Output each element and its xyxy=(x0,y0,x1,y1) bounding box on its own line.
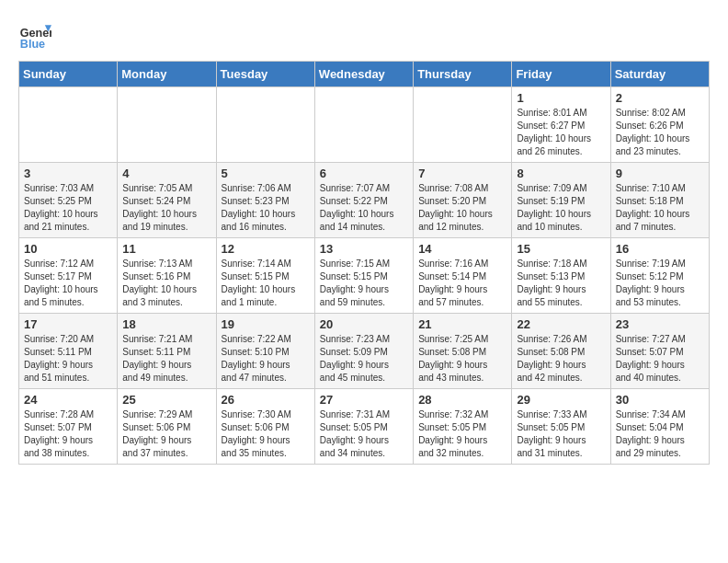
calendar-cell: 21Sunrise: 7:25 AM Sunset: 5:08 PM Dayli… xyxy=(414,314,512,389)
calendar-table: SundayMondayTuesdayWednesdayThursdayFrid… xyxy=(18,61,710,465)
day-info: Sunrise: 7:32 AM Sunset: 5:05 PM Dayligh… xyxy=(418,408,506,460)
calendar-cell: 24Sunrise: 7:28 AM Sunset: 5:07 PM Dayli… xyxy=(19,389,118,465)
calendar-cell: 14Sunrise: 7:16 AM Sunset: 5:14 PM Dayli… xyxy=(414,238,512,314)
calendar-cell: 26Sunrise: 7:30 AM Sunset: 5:06 PM Dayli… xyxy=(216,389,314,465)
day-info: Sunrise: 7:18 AM Sunset: 5:13 PM Dayligh… xyxy=(517,258,605,309)
calendar-cell: 5Sunrise: 7:06 AM Sunset: 5:23 PM Daylig… xyxy=(216,163,314,238)
day-number: 29 xyxy=(517,393,605,407)
calendar-cell: 30Sunrise: 7:34 AM Sunset: 5:04 PM Dayli… xyxy=(610,389,709,465)
day-number: 4 xyxy=(122,167,210,180)
weekday-header: Sunday xyxy=(19,62,118,87)
day-info: Sunrise: 7:22 AM Sunset: 5:10 PM Dayligh… xyxy=(222,333,310,385)
weekday-header: Tuesday xyxy=(216,62,314,87)
day-info: Sunrise: 7:14 AM Sunset: 5:15 PM Dayligh… xyxy=(222,258,310,309)
day-info: Sunrise: 7:10 AM Sunset: 5:18 PM Dayligh… xyxy=(616,182,704,234)
day-info: Sunrise: 7:29 AM Sunset: 5:06 PM Dayligh… xyxy=(122,408,210,460)
calendar-body: 1Sunrise: 8:01 AM Sunset: 6:27 PM Daylig… xyxy=(19,87,710,465)
calendar-header-row: SundayMondayTuesdayWednesdayThursdayFrid… xyxy=(19,62,710,87)
day-info: Sunrise: 7:27 AM Sunset: 5:07 PM Dayligh… xyxy=(616,333,704,385)
day-info: Sunrise: 7:28 AM Sunset: 5:07 PM Dayligh… xyxy=(24,408,112,460)
day-number: 2 xyxy=(616,91,704,105)
day-info: Sunrise: 7:21 AM Sunset: 5:11 PM Dayligh… xyxy=(122,333,210,385)
day-number: 5 xyxy=(222,167,310,180)
day-info: Sunrise: 8:01 AM Sunset: 6:27 PM Dayligh… xyxy=(517,107,605,158)
day-number: 6 xyxy=(320,167,408,180)
calendar-cell: 1Sunrise: 8:01 AM Sunset: 6:27 PM Daylig… xyxy=(512,87,610,163)
calendar-cell xyxy=(118,87,216,163)
day-number: 24 xyxy=(24,393,112,407)
day-info: Sunrise: 7:06 AM Sunset: 5:23 PM Dayligh… xyxy=(222,182,310,234)
calendar-cell: 13Sunrise: 7:15 AM Sunset: 5:15 PM Dayli… xyxy=(314,238,413,314)
day-number: 15 xyxy=(517,242,605,256)
header: General Blue xyxy=(18,18,710,52)
calendar-cell: 19Sunrise: 7:22 AM Sunset: 5:10 PM Dayli… xyxy=(216,314,314,389)
day-info: Sunrise: 7:20 AM Sunset: 5:11 PM Dayligh… xyxy=(24,333,112,385)
day-info: Sunrise: 7:07 AM Sunset: 5:22 PM Dayligh… xyxy=(320,182,408,234)
day-info: Sunrise: 7:26 AM Sunset: 5:08 PM Dayligh… xyxy=(517,333,605,385)
weekday-header: Wednesday xyxy=(314,62,413,87)
day-number: 18 xyxy=(122,317,210,331)
day-number: 28 xyxy=(418,393,506,407)
day-number: 12 xyxy=(222,242,310,256)
calendar-cell xyxy=(216,87,314,163)
weekday-header: Thursday xyxy=(414,62,512,87)
day-number: 21 xyxy=(418,317,506,331)
day-info: Sunrise: 7:08 AM Sunset: 5:20 PM Dayligh… xyxy=(418,182,506,234)
day-info: Sunrise: 7:33 AM Sunset: 5:05 PM Dayligh… xyxy=(517,408,605,460)
day-info: Sunrise: 7:31 AM Sunset: 5:05 PM Dayligh… xyxy=(320,408,408,460)
day-number: 27 xyxy=(320,393,408,407)
calendar-cell: 8Sunrise: 7:09 AM Sunset: 5:19 PM Daylig… xyxy=(512,163,610,238)
calendar-week-row: 17Sunrise: 7:20 AM Sunset: 5:11 PM Dayli… xyxy=(19,314,710,389)
day-number: 22 xyxy=(517,317,605,331)
calendar-cell: 4Sunrise: 7:05 AM Sunset: 5:24 PM Daylig… xyxy=(118,163,216,238)
calendar-cell xyxy=(314,87,413,163)
day-number: 10 xyxy=(24,242,112,256)
day-number: 9 xyxy=(616,167,704,180)
calendar-cell: 23Sunrise: 7:27 AM Sunset: 5:07 PM Dayli… xyxy=(610,314,709,389)
day-info: Sunrise: 7:15 AM Sunset: 5:15 PM Dayligh… xyxy=(320,258,408,309)
day-number: 19 xyxy=(222,317,310,331)
calendar-cell: 11Sunrise: 7:13 AM Sunset: 5:16 PM Dayli… xyxy=(118,238,216,314)
calendar-cell: 3Sunrise: 7:03 AM Sunset: 5:25 PM Daylig… xyxy=(19,163,118,238)
weekday-header: Monday xyxy=(118,62,216,87)
calendar-week-row: 3Sunrise: 7:03 AM Sunset: 5:25 PM Daylig… xyxy=(19,163,710,238)
calendar-cell: 17Sunrise: 7:20 AM Sunset: 5:11 PM Dayli… xyxy=(19,314,118,389)
calendar-cell: 9Sunrise: 7:10 AM Sunset: 5:18 PM Daylig… xyxy=(610,163,709,238)
day-number: 26 xyxy=(222,393,310,407)
day-number: 1 xyxy=(517,91,605,105)
logo: General Blue xyxy=(18,18,51,52)
calendar-cell: 18Sunrise: 7:21 AM Sunset: 5:11 PM Dayli… xyxy=(118,314,216,389)
weekday-header: Friday xyxy=(512,62,610,87)
calendar-cell: 22Sunrise: 7:26 AM Sunset: 5:08 PM Dayli… xyxy=(512,314,610,389)
calendar-cell: 27Sunrise: 7:31 AM Sunset: 5:05 PM Dayli… xyxy=(314,389,413,465)
calendar-cell: 20Sunrise: 7:23 AM Sunset: 5:09 PM Dayli… xyxy=(314,314,413,389)
day-info: Sunrise: 7:09 AM Sunset: 5:19 PM Dayligh… xyxy=(517,182,605,234)
calendar-week-row: 24Sunrise: 7:28 AM Sunset: 5:07 PM Dayli… xyxy=(19,389,710,465)
day-info: Sunrise: 7:12 AM Sunset: 5:17 PM Dayligh… xyxy=(24,258,112,309)
day-info: Sunrise: 7:19 AM Sunset: 5:12 PM Dayligh… xyxy=(616,258,704,309)
calendar-cell: 2Sunrise: 8:02 AM Sunset: 6:26 PM Daylig… xyxy=(610,87,709,163)
day-info: Sunrise: 7:23 AM Sunset: 5:09 PM Dayligh… xyxy=(320,333,408,385)
calendar-cell: 25Sunrise: 7:29 AM Sunset: 5:06 PM Dayli… xyxy=(118,389,216,465)
calendar-cell: 28Sunrise: 7:32 AM Sunset: 5:05 PM Dayli… xyxy=(414,389,512,465)
day-number: 13 xyxy=(320,242,408,256)
calendar-cell: 29Sunrise: 7:33 AM Sunset: 5:05 PM Dayli… xyxy=(512,389,610,465)
logo-icon: General Blue xyxy=(18,18,51,52)
calendar-cell xyxy=(19,87,118,163)
calendar-cell: 12Sunrise: 7:14 AM Sunset: 5:15 PM Dayli… xyxy=(216,238,314,314)
calendar-cell: 16Sunrise: 7:19 AM Sunset: 5:12 PM Dayli… xyxy=(610,238,709,314)
day-number: 23 xyxy=(616,317,704,331)
day-number: 17 xyxy=(24,317,112,331)
calendar-week-row: 1Sunrise: 8:01 AM Sunset: 6:27 PM Daylig… xyxy=(19,87,710,163)
day-number: 20 xyxy=(320,317,408,331)
day-number: 14 xyxy=(418,242,506,256)
calendar-cell: 15Sunrise: 7:18 AM Sunset: 5:13 PM Dayli… xyxy=(512,238,610,314)
calendar-week-row: 10Sunrise: 7:12 AM Sunset: 5:17 PM Dayli… xyxy=(19,238,710,314)
day-number: 11 xyxy=(122,242,210,256)
weekday-header: Saturday xyxy=(610,62,709,87)
calendar-cell xyxy=(414,87,512,163)
calendar-cell: 10Sunrise: 7:12 AM Sunset: 5:17 PM Dayli… xyxy=(19,238,118,314)
day-info: Sunrise: 7:13 AM Sunset: 5:16 PM Dayligh… xyxy=(122,258,210,309)
calendar-cell: 7Sunrise: 7:08 AM Sunset: 5:20 PM Daylig… xyxy=(414,163,512,238)
day-number: 16 xyxy=(616,242,704,256)
